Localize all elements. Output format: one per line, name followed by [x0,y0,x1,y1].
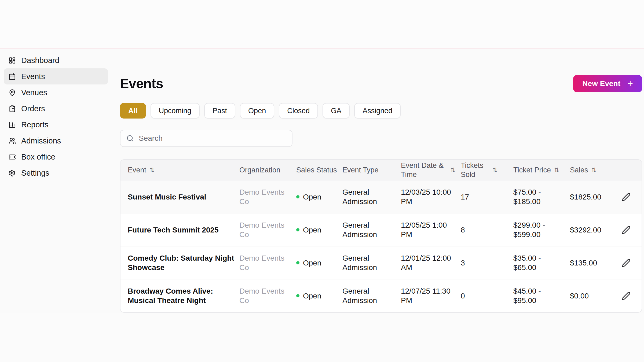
organization: Demo Events Co [239,220,296,239]
ticket-icon [9,153,16,161]
sales-status-label: Open [303,291,321,301]
edit-event-button[interactable] [620,223,633,237]
sidebar-item-box-office[interactable]: Box office [4,149,108,165]
actions-cell [620,223,634,237]
sales-status-label: Open [303,225,321,235]
table-row[interactable]: Broadway Comes Alive: Musical Theatre Ni… [120,279,642,312]
event-name: Comedy Club: Saturday Night Showcase [128,253,239,272]
tickets-sold: 8 [461,225,513,235]
event-date-time: 12/07/25 11:30 PM [401,286,461,305]
edit-event-button[interactable] [620,190,633,204]
calendar-icon [9,73,16,80]
plus-icon: + [627,79,633,88]
event-date-time: 12/01/25 12:00 AM [401,253,461,272]
event-type: General Admission [342,187,401,206]
event-date-time: 12/03/25 10:00 PM [401,187,461,206]
open-status-dot-icon [296,294,299,297]
sales-status-label: Open [303,258,321,268]
sidebar-item-label: Events [21,72,45,81]
sales-status: Open [296,225,342,235]
filter-chip-assigned[interactable]: Assigned [354,103,401,119]
ticket-price: $299.00 - $599.00 [513,220,570,239]
sort-icon: ⇅ [450,167,455,173]
filter-chip-open[interactable]: Open [240,103,274,119]
gear-icon [9,169,16,177]
column-header-event-date-time[interactable]: Event Date & Time ⇅ [401,161,461,179]
event-name: Future Tech Summit 2025 [128,225,239,235]
pencil-icon [622,226,631,234]
users-icon [9,137,16,145]
search-box [120,130,292,147]
filter-chip-ga[interactable]: GA [323,103,350,119]
main-content: Events New Event + All Upcoming Past Ope… [112,49,644,313]
open-status-dot-icon [296,195,299,198]
filter-chip-past[interactable]: Past [204,103,235,119]
actions-cell [620,256,634,269]
column-header-organization: Organization [239,165,296,175]
sidebar-item-label: Box office [21,153,55,161]
organization: Demo Events Co [239,253,296,272]
sidebar-item-reports[interactable]: Reports [4,117,108,133]
column-header-sales-status: Sales Status [296,165,342,175]
new-event-button[interactable]: New Event + [573,75,642,92]
actions-cell [620,190,634,204]
sidebar-item-admissions[interactable]: Admissions [4,133,108,149]
search-input[interactable] [138,134,286,143]
filter-chip-row: All Upcoming Past Open Closed GA Assigne… [120,103,642,119]
sidebar-item-settings[interactable]: Settings [4,165,108,181]
sidebar-item-label: Orders [21,104,45,113]
ticket-price: $35.00 - $65.00 [513,253,570,272]
column-header-sales[interactable]: Sales ⇅ [570,165,620,175]
sales-status-label: Open [303,192,321,202]
table-row[interactable]: Future Tech Summit 2025 Demo Events Co O… [120,213,642,246]
column-header-tickets-sold[interactable]: Tickets Sold ⇅ [461,161,513,179]
clipboard-list-icon [9,105,16,112]
pencil-icon [622,291,631,300]
table-row[interactable]: Sunset Music Festival Demo Events Co Ope… [120,180,642,213]
filter-chip-closed[interactable]: Closed [279,103,318,119]
event-date-time: 12/05/25 1:00 PM [401,220,461,239]
sidebar-item-events[interactable]: Events [4,68,108,84]
sidebar-item-venues[interactable]: Venues [4,84,108,101]
sidebar-item-label: Dashboard [21,56,59,65]
sidebar-item-label: Settings [21,169,49,178]
edit-event-button[interactable] [620,256,633,269]
sidebar-item-label: Venues [21,88,47,97]
sales-status: Open [296,192,342,202]
sort-icon: ⇅ [554,167,559,173]
ticket-price: $45.00 - $95.00 [513,286,570,305]
filter-chip-all[interactable]: All [120,103,146,119]
pencil-icon [622,258,631,267]
sales-status: Open [296,291,342,301]
event-type: General Admission [342,286,401,305]
sort-icon: ⇅ [591,167,597,173]
events-table: Event ⇅ Organization Sales Status Event … [120,159,642,313]
sidebar-item-orders[interactable]: Orders [4,101,108,117]
sidebar-item-dashboard[interactable]: Dashboard [4,52,108,68]
column-header-event-type: Event Type [342,165,401,175]
filter-chip-upcoming[interactable]: Upcoming [151,103,200,119]
event-type: General Admission [342,253,401,272]
table-header-row: Event ⇅ Organization Sales Status Event … [120,160,642,180]
tickets-sold: 0 [461,291,513,301]
sales-amount: $135.00 [570,258,620,268]
actions-cell [620,289,634,302]
pencil-icon [622,193,631,201]
dashboard-icon [9,57,16,64]
event-name: Sunset Music Festival [128,192,239,202]
sort-icon: ⇅ [492,167,497,173]
sort-icon: ⇅ [149,167,155,173]
bar-chart-icon [9,121,16,128]
sales-amount: $1825.00 [570,192,620,202]
column-header-event[interactable]: Event ⇅ [128,165,239,175]
organization: Demo Events Co [239,286,296,305]
event-type: General Admission [342,220,401,239]
new-event-button-label: New Event [582,79,620,88]
page-title: Events [120,76,163,92]
table-row[interactable]: Comedy Club: Saturday Night Showcase Dem… [120,246,642,279]
column-header-ticket-price[interactable]: Ticket Price ⇅ [513,165,570,175]
sales-status: Open [296,258,342,268]
sales-amount: $0.00 [570,291,620,301]
top-margin-strip [0,0,644,49]
edit-event-button[interactable] [620,289,633,302]
